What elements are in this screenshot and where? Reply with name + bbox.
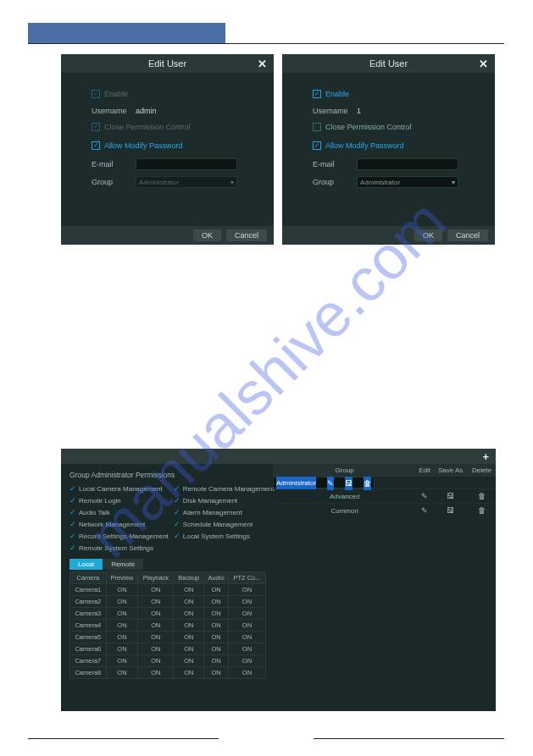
camera-state-cell[interactable]: ON (174, 584, 204, 596)
camera-state-cell[interactable]: ON (228, 620, 265, 632)
close-perm-checkbox[interactable] (92, 123, 100, 131)
group-select[interactable]: Administrator ▾ (136, 176, 237, 188)
camera-state-cell[interactable]: ON (228, 584, 265, 596)
camera-state-cell[interactable]: ON (204, 667, 229, 679)
enable-checkbox[interactable] (92, 90, 100, 98)
add-icon[interactable]: + (482, 450, 489, 463)
table-row[interactable]: Camera8ONONONONON (70, 667, 266, 679)
ok-button[interactable]: OK (193, 229, 221, 241)
save-icon[interactable]: 🖫 (433, 489, 468, 504)
table-row[interactable]: Camera3ONONONONON (70, 608, 266, 620)
table-row[interactable]: Camera7ONONONONON (70, 655, 266, 667)
username-value: admin (136, 107, 157, 115)
group-row[interactable]: Common✎🖫🗑 (273, 504, 496, 518)
camera-state-cell[interactable]: ON (174, 632, 204, 643)
group-row[interactable]: Administrator✎🖫🗑 (273, 477, 375, 488)
camera-state-cell[interactable]: ON (228, 643, 265, 655)
camera-state-cell[interactable]: ON (228, 608, 265, 620)
tab-remote[interactable]: Remote (103, 559, 143, 570)
save-icon[interactable]: 🖫 (433, 504, 468, 518)
camera-state-cell[interactable]: ON (106, 596, 138, 608)
camera-state-cell[interactable]: ON (204, 596, 229, 608)
delete-icon[interactable]: 🗑 (468, 489, 496, 504)
dialog-title: Edit User ✕ (282, 54, 495, 73)
ok-button[interactable]: OK (414, 229, 442, 241)
camera-state-cell[interactable]: ON (106, 667, 138, 679)
group-select[interactable]: Administrator ▾ (357, 176, 458, 188)
camera-state-cell[interactable]: ON (204, 643, 229, 655)
group-label: Group (92, 178, 136, 186)
camera-state-cell[interactable]: ON (106, 643, 138, 655)
permission-label: Remote Camera Management (183, 485, 275, 493)
camera-state-cell[interactable]: ON (138, 632, 174, 643)
camera-state-cell[interactable]: ON (174, 596, 204, 608)
camera-state-cell[interactable]: ON (204, 655, 229, 667)
camera-state-cell[interactable]: ON (106, 620, 138, 632)
permission-label: Remote Login (79, 497, 121, 505)
camera-state-cell[interactable]: ON (174, 620, 204, 632)
camera-state-cell[interactable]: ON (204, 584, 229, 596)
permission-label: Remote System Settings (79, 544, 153, 552)
camera-state-cell[interactable]: ON (228, 632, 265, 643)
permissions-title: Group Administrator Permissions (69, 471, 266, 479)
camera-state-cell[interactable]: ON (106, 655, 138, 667)
camera-state-cell[interactable]: ON (138, 620, 174, 632)
permission-label: Alarm Management (183, 509, 242, 516)
table-header: Delete (468, 464, 496, 477)
email-input[interactable] (136, 158, 237, 170)
camera-state-cell[interactable]: ON (204, 608, 229, 620)
permission-label: Network Management (79, 521, 145, 528)
save-icon[interactable]: 🖫 (345, 476, 353, 490)
check-icon: ✓ (174, 496, 180, 505)
close-perm-checkbox[interactable] (313, 123, 321, 131)
camera-state-cell[interactable]: ON (106, 608, 138, 620)
camera-state-cell[interactable]: ON (138, 643, 174, 655)
email-input[interactable] (357, 158, 458, 170)
tab-local[interactable]: Local (69, 559, 103, 570)
allow-modify-checkbox[interactable] (313, 141, 321, 150)
camera-state-cell[interactable]: ON (174, 667, 204, 679)
table-header: Camera (70, 572, 107, 584)
camera-state-cell[interactable]: ON (228, 655, 265, 667)
close-icon[interactable]: ✕ (479, 58, 488, 70)
edit-icon[interactable]: ✎ (416, 504, 432, 518)
camera-state-cell[interactable]: ON (174, 655, 204, 667)
enable-checkbox[interactable] (313, 90, 321, 98)
camera-state-cell[interactable]: ON (174, 643, 204, 655)
camera-state-cell[interactable]: ON (204, 620, 229, 632)
check-icon: ✓ (174, 520, 180, 528)
tab-row: Local Remote (69, 559, 266, 570)
edit-icon[interactable]: ✎ (327, 476, 334, 490)
table-row[interactable]: Camera1ONONONONON (70, 584, 266, 596)
edit-icon[interactable]: ✎ (416, 489, 432, 504)
camera-state-cell[interactable]: ON (106, 584, 138, 596)
table-row[interactable]: Camera5ONONONONON (70, 632, 266, 643)
camera-state-cell[interactable]: ON (228, 596, 265, 608)
permission-item: ✓Disk Management (174, 496, 275, 505)
camera-state-cell[interactable]: ON (138, 596, 174, 608)
allow-modify-checkbox[interactable] (92, 141, 100, 150)
camera-state-cell[interactable]: ON (138, 584, 174, 596)
table-row[interactable]: Camera6ONONONONON (70, 643, 266, 655)
camera-state-cell[interactable]: ON (138, 655, 174, 667)
camera-state-cell[interactable]: ON (204, 632, 229, 643)
camera-name-cell: Camera1 (70, 584, 107, 596)
delete-icon[interactable]: 🗑 (364, 476, 371, 490)
camera-state-cell[interactable]: ON (174, 608, 204, 620)
group-name-cell: Common (273, 504, 416, 518)
camera-state-cell[interactable]: ON (228, 667, 265, 679)
enable-label: Enable (104, 90, 128, 98)
permission-item: ✓Alarm Management (174, 508, 275, 516)
close-icon[interactable]: ✕ (258, 58, 267, 70)
group-row[interactable]: Advanced✎🖫🗑 (273, 489, 496, 504)
camera-state-cell[interactable]: ON (106, 632, 138, 643)
camera-state-cell[interactable]: ON (138, 667, 174, 679)
dialog-title: Edit User ✕ (61, 54, 274, 73)
cancel-button[interactable]: Cancel (447, 229, 488, 241)
cancel-button[interactable]: Cancel (226, 229, 267, 241)
delete-icon[interactable]: 🗑 (468, 504, 496, 518)
permission-label: Record Settings Management (79, 533, 169, 540)
table-row[interactable]: Camera2ONONONONON (70, 596, 266, 608)
camera-state-cell[interactable]: ON (138, 608, 174, 620)
table-row[interactable]: Camera4ONONONONON (70, 620, 266, 632)
